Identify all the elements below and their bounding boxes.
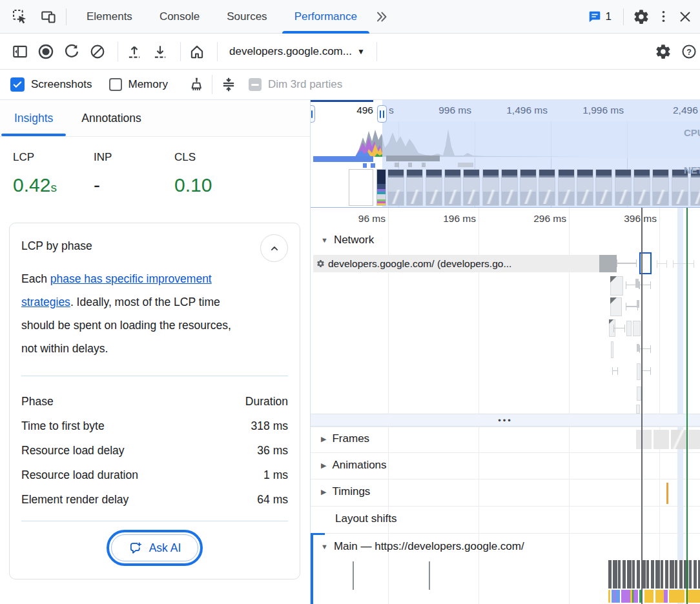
filmstrip-frame[interactable] bbox=[406, 169, 423, 206]
metric-lcp[interactable]: LCP 0.42s bbox=[13, 151, 94, 196]
timeline-main-view: 96 ms 196 ms 296 ms 396 ms ▼ Network dev… bbox=[311, 208, 700, 604]
network-whisker bbox=[673, 260, 694, 268]
gear-icon bbox=[655, 43, 672, 60]
network-request-bar[interactable] bbox=[626, 321, 632, 336]
filmstrip-frame[interactable] bbox=[387, 169, 404, 206]
load-profile-button[interactable] bbox=[123, 41, 145, 63]
network-request-bar[interactable] bbox=[610, 276, 623, 296]
track-label: Layout shifts bbox=[335, 512, 396, 525]
filmstrip-frame[interactable] bbox=[463, 169, 480, 206]
selected-track-border bbox=[311, 533, 325, 535]
tab-annotations[interactable]: Annotations bbox=[67, 100, 155, 136]
dim-third-parties-checkbox[interactable] bbox=[249, 78, 262, 91]
card-title: LCP by phase bbox=[21, 234, 92, 253]
lcp-marker-line bbox=[686, 208, 688, 604]
settings-button[interactable] bbox=[630, 6, 652, 28]
timeline-overview[interactable]: 496 s 996 ms 1,496 ms 1,996 ms 2,496 ms … bbox=[311, 100, 700, 208]
network-whisker bbox=[612, 367, 618, 375]
issues-count: 1 bbox=[606, 10, 612, 23]
record-button[interactable] bbox=[35, 41, 57, 63]
filmstrip-frame[interactable] bbox=[520, 169, 537, 206]
filmstrip-frame[interactable] bbox=[376, 169, 386, 206]
overview-time-label: 1,996 ms bbox=[566, 105, 624, 116]
gear-icon bbox=[633, 8, 650, 25]
overview-time-label: 1,496 ms bbox=[489, 105, 548, 116]
garbage-collect-button[interactable] bbox=[185, 74, 207, 96]
memory-checkbox[interactable] bbox=[109, 78, 122, 91]
network-overview-bar bbox=[313, 156, 373, 162]
filmstrip-frame[interactable] bbox=[444, 169, 461, 206]
network-overview-bar bbox=[408, 163, 412, 167]
filmstrip-frame[interactable] bbox=[558, 169, 575, 206]
shortcut-dialog-button[interactable] bbox=[218, 74, 240, 96]
overview-dim-overlay bbox=[382, 121, 700, 158]
selection-right-handle[interactable] bbox=[377, 105, 387, 123]
filmstrip-frame[interactable] bbox=[633, 169, 650, 206]
timing-marker[interactable] bbox=[666, 483, 668, 504]
triangle-down-icon: ▼ bbox=[321, 543, 328, 550]
block-icon bbox=[89, 43, 106, 60]
network-request-bar[interactable] bbox=[637, 363, 641, 380]
inspect-element-button[interactable] bbox=[9, 6, 31, 28]
screenshots-checkbox[interactable] bbox=[10, 77, 25, 92]
filmstrip-frame[interactable] bbox=[349, 169, 373, 206]
close-devtools-button[interactable] bbox=[674, 6, 696, 28]
issues-bubble-icon bbox=[588, 10, 602, 24]
broom-icon bbox=[187, 76, 204, 93]
clear-button[interactable] bbox=[87, 41, 108, 63]
selection-left-handle[interactable] bbox=[311, 105, 315, 123]
filmstrip-frame[interactable] bbox=[426, 169, 442, 206]
help-button[interactable] bbox=[678, 41, 700, 63]
page-selector-dropdown[interactable]: developers.google.com... ▼ bbox=[223, 45, 371, 58]
toggle-sidebar-button[interactable] bbox=[9, 41, 31, 63]
filmstrip-frame[interactable] bbox=[539, 169, 555, 206]
tab-performance[interactable]: Performance bbox=[281, 0, 371, 34]
device-toolbar-button[interactable] bbox=[37, 6, 59, 28]
more-tabs-button[interactable] bbox=[371, 6, 393, 28]
tab-console[interactable]: Console bbox=[146, 0, 213, 34]
filmstrip-frame[interactable] bbox=[501, 169, 518, 206]
record-and-reload-button[interactable] bbox=[61, 41, 83, 63]
filmstrip-frame[interactable] bbox=[482, 169, 499, 206]
tab-elements[interactable]: Elements bbox=[73, 0, 146, 34]
filmstrip-frame[interactable] bbox=[615, 169, 632, 206]
reload-icon bbox=[63, 43, 80, 60]
network-request-bar[interactable] bbox=[637, 300, 639, 308]
main-menu-button[interactable] bbox=[652, 6, 674, 28]
sidebar-tabs: Insights Annotations bbox=[0, 100, 310, 137]
collapse-card-button[interactable] bbox=[260, 234, 288, 262]
live-metrics-home-button[interactable] bbox=[186, 41, 208, 63]
network-request-bar[interactable] bbox=[635, 279, 639, 288]
tab-insights[interactable]: Insights bbox=[0, 100, 67, 136]
network-request-bar[interactable] bbox=[610, 297, 622, 316]
tab-sources[interactable]: Sources bbox=[213, 0, 280, 34]
network-request-label[interactable]: developers.google.com/ (developers.go... bbox=[313, 255, 599, 272]
network-request-bar[interactable] bbox=[611, 341, 613, 358]
collapse-icon bbox=[220, 76, 237, 93]
divider bbox=[212, 75, 212, 94]
filmstrip-frame[interactable] bbox=[577, 169, 593, 206]
network-request-bar[interactable] bbox=[637, 387, 641, 401]
divider bbox=[118, 42, 118, 61]
ruler-label: 296 ms bbox=[495, 213, 566, 225]
ask-ai-button[interactable]: Ask AI bbox=[111, 534, 199, 561]
metric-inp[interactable]: INP - bbox=[94, 151, 174, 196]
issues-button[interactable]: 1 bbox=[588, 10, 612, 24]
divider bbox=[21, 521, 288, 521]
save-profile-button[interactable] bbox=[149, 41, 171, 63]
network-request-bar[interactable] bbox=[633, 321, 641, 336]
network-overview-bar bbox=[422, 163, 426, 167]
check-icon bbox=[12, 79, 23, 90]
network-request-bar[interactable] bbox=[636, 405, 640, 414]
filmstrip-frame[interactable] bbox=[595, 169, 612, 206]
network-overview-bar bbox=[371, 163, 375, 168]
track-label: Timings bbox=[332, 485, 370, 498]
filmstrip-frame[interactable] bbox=[652, 169, 669, 206]
metric-cls[interactable]: CLS 0.10 bbox=[174, 151, 255, 196]
track-label: Frames bbox=[332, 432, 369, 445]
network-request-bar[interactable] bbox=[599, 255, 617, 272]
table-row: Element render delay64 ms bbox=[21, 487, 288, 512]
overview-time-label-unit: s bbox=[389, 105, 394, 116]
capture-settings-button[interactable] bbox=[652, 41, 674, 63]
network-whisker bbox=[617, 259, 637, 267]
